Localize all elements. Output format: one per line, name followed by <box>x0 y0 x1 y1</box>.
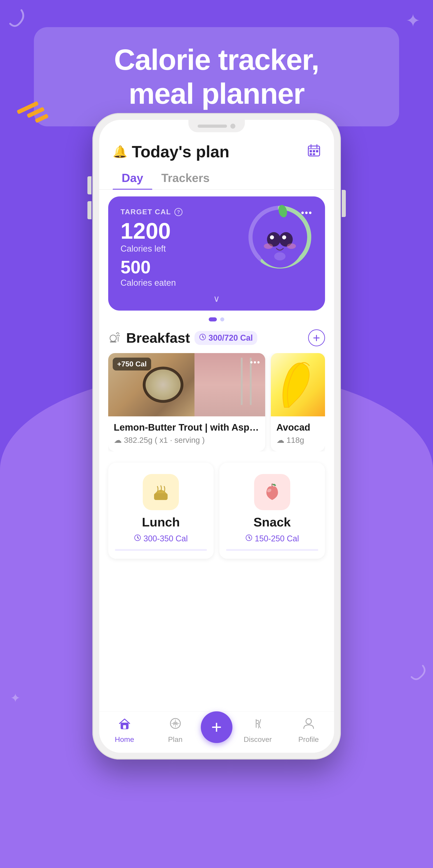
quick-card-snack[interactable]: Snack 150-250 Cal <box>219 463 325 559</box>
notch-speaker <box>198 125 227 128</box>
lunch-progress-bar <box>115 549 207 551</box>
svg-rect-5 <box>313 150 315 152</box>
breakfast-header-left: Breakfast 300/720 Cal <box>108 330 258 346</box>
food-card-trout[interactable]: +750 Cal ••• Lemon-Butter Trout | with A… <box>108 353 265 452</box>
bell-icon[interactable]: 🔔 <box>113 145 127 159</box>
svg-rect-8 <box>313 153 315 155</box>
svg-rect-4 <box>310 150 312 152</box>
page-dot-1[interactable] <box>209 317 217 321</box>
bottom-spacer <box>99 559 334 604</box>
food-card-weight-avocado: ☁ 118g <box>276 436 320 445</box>
snack-cal: 150-250 Cal <box>245 534 299 544</box>
phone-volume-up <box>88 176 92 194</box>
nav-home[interactable]: Home <box>99 717 150 744</box>
breakfast-title: Breakfast <box>126 330 190 346</box>
breakfast-add-button[interactable]: + <box>308 329 325 346</box>
discover-icon <box>252 717 264 733</box>
discover-label: Discover <box>244 735 272 744</box>
phone-power-button <box>342 190 346 217</box>
app-header-title: Today's plan <box>132 143 230 161</box>
profile-label: Profile <box>298 735 319 744</box>
info-icon[interactable]: ? <box>174 208 182 216</box>
home-icon <box>119 717 131 733</box>
svg-rect-21 <box>110 341 116 342</box>
lunch-cal-text: 300-350 Cal <box>143 534 188 544</box>
breakfast-section: Breakfast 300/720 Cal + <box>99 326 334 456</box>
calorie-card: TARGET CAL ? ••• 1200 Calories left 500 … <box>108 196 325 311</box>
snack-progress-bar <box>226 549 318 551</box>
nav-plan[interactable]: Plan <box>150 717 201 744</box>
tab-trackers[interactable]: Trackers <box>152 166 219 189</box>
fab-icon: + <box>211 718 222 736</box>
svg-point-33 <box>306 719 311 724</box>
food-card-info-trout: Lemon-Butter Trout | with Aspa... ☁ 382.… <box>108 416 265 452</box>
nav-profile[interactable]: Profile <box>283 717 334 744</box>
fab-add-button[interactable]: + <box>201 711 232 743</box>
calories-eaten-label: Calories eaten <box>121 278 312 288</box>
phone-volume-down <box>88 201 92 219</box>
phone-notch <box>188 120 245 132</box>
phone-mockup: 🔔 Today's plan <box>92 113 341 760</box>
decoration-star-bottom-left: ✦ <box>10 691 21 705</box>
svg-point-17 <box>264 243 273 249</box>
food-card-image-trout: +750 Cal ••• <box>108 353 265 416</box>
header-left: 🔔 Today's plan <box>113 143 230 161</box>
lunch-icon <box>143 474 179 510</box>
svg-point-18 <box>287 243 296 249</box>
plan-label: Plan <box>168 735 182 744</box>
food-card-trout-dots[interactable]: ••• <box>250 358 261 367</box>
weight-icon-avocado: ☁ <box>276 436 285 445</box>
chevron-down-icon[interactable]: ∨ <box>121 291 312 306</box>
quick-add-row: Lunch 300-350 Cal <box>99 463 334 559</box>
app-title-line1: Calorie tracker, <box>52 43 381 77</box>
calendar-icon[interactable] <box>307 144 321 160</box>
breakfast-cal-text: 300/720 Cal <box>208 333 253 343</box>
plan-icon <box>169 717 181 733</box>
food-card-avocado[interactable]: Avocad ☁ 118g <box>271 353 325 452</box>
lunch-cal-icon <box>134 534 141 543</box>
svg-rect-6 <box>316 150 318 152</box>
tab-day[interactable]: Day <box>113 166 152 189</box>
breakfast-cal-icon <box>199 333 206 342</box>
weight-icon-trout: ☁ <box>114 436 122 445</box>
nav-discover[interactable]: Discover <box>232 717 283 744</box>
breakfast-cal-badge: 300/720 Cal <box>195 331 257 345</box>
lunch-cal: 300-350 Cal <box>134 534 188 544</box>
breakfast-header: Breakfast 300/720 Cal + <box>108 329 325 346</box>
mascot-character <box>247 204 312 270</box>
snack-icon <box>254 474 290 510</box>
svg-point-16 <box>282 235 286 239</box>
mascot-area <box>244 201 316 273</box>
svg-point-19 <box>274 252 286 260</box>
tab-bar: Day Trackers <box>99 166 334 190</box>
snack-cal-icon <box>245 534 253 543</box>
mascot-svg <box>247 204 312 270</box>
page-dot-2[interactable] <box>220 317 224 321</box>
svg-rect-29 <box>123 725 126 729</box>
svg-point-15 <box>270 235 274 239</box>
decoration-squiggle-bottom-right <box>407 662 427 683</box>
cal-badge-overlay-trout: +750 Cal <box>113 358 151 370</box>
profile-icon <box>302 717 315 733</box>
decoration-star-top-right: ✦ <box>405 10 421 31</box>
food-card-title-avocado: Avocad <box>276 422 320 433</box>
decoration-squiggle-top-left <box>3 6 28 31</box>
app-content: 🔔 Today's plan <box>99 120 334 753</box>
home-label: Home <box>115 735 134 744</box>
quick-card-lunch[interactable]: Lunch 300-350 Cal <box>108 463 214 559</box>
food-cards-row: +750 Cal ••• Lemon-Butter Trout | with A… <box>108 353 325 452</box>
app-title-line2: meal planner <box>52 77 381 111</box>
food-card-image-avocado <box>271 353 325 416</box>
page-indicators <box>99 317 334 321</box>
snack-cal-text: 150-250 Cal <box>255 534 299 544</box>
breakfast-icon <box>108 330 122 346</box>
svg-rect-7 <box>310 153 312 155</box>
bottom-nav: Home Plan + <box>99 711 334 753</box>
food-card-title-trout: Lemon-Butter Trout | with Aspa... <box>114 422 260 433</box>
food-card-weight-trout: ☁ 382.25g ( x1 · serving ) <box>114 436 260 445</box>
snack-title: Snack <box>254 515 291 529</box>
lunch-title: Lunch <box>142 515 180 529</box>
app-header: 🔔 Today's plan <box>99 133 334 166</box>
target-cal-label: TARGET CAL <box>121 208 171 216</box>
header-title-card: Calorie tracker, meal planner <box>34 27 399 126</box>
